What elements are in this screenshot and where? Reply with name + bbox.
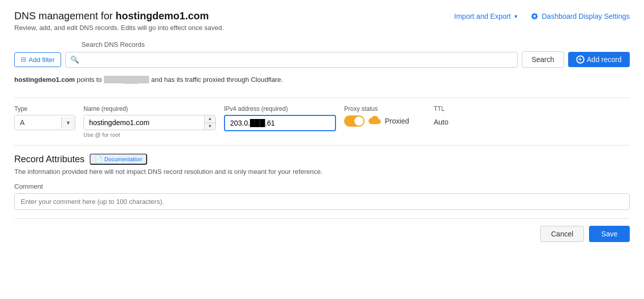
proxy-domain: hostingdemo1.com [14, 76, 75, 83]
add-filter-label: Add filter [29, 56, 54, 64]
ttl-value: Auto [434, 115, 474, 126]
name-input-wrapper: ▲ ▼ [83, 115, 216, 130]
page-header: DNS management for hostingdemo1.com Revi… [14, 10, 630, 32]
add-record-label: Add record [587, 55, 622, 64]
search-icon: 🔍 [70, 55, 79, 64]
page-subtitle: Review, add, and edit DNS records. Edits… [14, 24, 224, 32]
ipv4-input[interactable] [224, 115, 336, 131]
type-select-wrapper: A ▼ [14, 115, 75, 130]
type-label: Type [14, 105, 75, 112]
search-input[interactable] [65, 52, 518, 68]
import-export-label: Import and Export [454, 12, 511, 20]
cancel-button[interactable]: Cancel [540, 226, 584, 242]
filter-icon: ⊟ [21, 56, 26, 63]
name-input[interactable] [84, 115, 204, 130]
documentation-button[interactable]: 📄 Documentation [90, 154, 147, 165]
name-group: Name (required) ▲ ▼ Use @ for root [83, 105, 216, 138]
footer-row: Cancel Save [14, 218, 630, 242]
proxy-toggle-row: Proxied [344, 115, 426, 127]
gear-icon [530, 12, 539, 20]
search-button[interactable]: Search [522, 51, 564, 68]
add-filter-button[interactable]: ⊟ Add filter [14, 52, 61, 67]
type-value: A [15, 115, 61, 130]
record-attributes-section: Record Attributes 📄 Documentation The in… [14, 145, 630, 210]
use-at-hint: Use @ for root [83, 132, 216, 138]
save-button[interactable]: Save [589, 226, 630, 242]
name-spin-up-button[interactable]: ▲ [205, 115, 215, 123]
proxied-label: Proxied [385, 117, 409, 125]
proxy-suffix: and has its traffic proxied through Clou… [151, 76, 283, 83]
proxy-info: hostingdemo1.com points to 203.0.███.61 … [14, 76, 630, 89]
doc-label: Documentation [104, 156, 142, 162]
dns-form: Type A ▼ Name (required) ▲ ▼ Use @ for r… [14, 98, 630, 138]
ttl-label: TTL [434, 105, 474, 112]
proxy-ip: 203.0.███.61 [104, 76, 150, 83]
type-dropdown-button[interactable]: ▼ [61, 117, 75, 129]
toggle-slider [344, 115, 365, 127]
add-record-button[interactable]: + Add record [568, 52, 630, 67]
form-row-main: Type A ▼ Name (required) ▲ ▼ Use @ for r… [14, 105, 630, 138]
comment-label: Comment [14, 183, 630, 190]
title-domain: hostingdemo1.com [116, 10, 209, 21]
cloud-icon [369, 115, 381, 127]
comment-input[interactable] [14, 193, 630, 210]
name-spinners: ▲ ▼ [204, 115, 215, 130]
ipv4-group: IPv4 address (required) [224, 105, 336, 131]
record-attrs-title: Record Attributes [14, 154, 85, 165]
chevron-down-icon: ▼ [513, 14, 518, 19]
toggle-knob [354, 116, 363, 126]
type-group: Type A ▼ [14, 105, 75, 130]
proxy-status-label: Proxy status [344, 105, 426, 112]
header-left: DNS management for hostingdemo1.com Revi… [14, 10, 224, 32]
doc-icon: 📄 [95, 156, 102, 163]
ipv4-label: IPv4 address (required) [224, 105, 336, 112]
page-title: DNS management for hostingdemo1.com [14, 10, 224, 22]
title-prefix: DNS management for [14, 10, 116, 21]
record-attrs-description: The information provided here will not i… [14, 168, 630, 175]
proxy-toggle[interactable] [344, 115, 365, 127]
dashboard-settings-label: Dashboard Display Settings [542, 12, 630, 20]
proxy-group: Proxy status Proxied [344, 105, 426, 127]
dashboard-settings-button[interactable]: Dashboard Display Settings [530, 12, 630, 20]
search-row: ⊟ Add filter 🔍 Search + Add record [14, 51, 630, 68]
name-spin-down-button[interactable]: ▼ [205, 123, 215, 130]
name-label: Name (required) [83, 105, 216, 112]
search-section: Search DNS Records ⊟ Add filter 🔍 Search… [14, 41, 630, 68]
record-attrs-header: Record Attributes 📄 Documentation [14, 154, 630, 165]
import-export-button[interactable]: Import and Export ▼ [454, 12, 518, 20]
header-right: Import and Export ▼ Dashboard Display Se… [454, 12, 630, 20]
search-label: Search DNS Records [81, 41, 630, 48]
ttl-group: TTL Auto [434, 105, 474, 126]
plus-circle-icon: + [576, 55, 584, 64]
search-input-wrapper: 🔍 [65, 52, 518, 68]
